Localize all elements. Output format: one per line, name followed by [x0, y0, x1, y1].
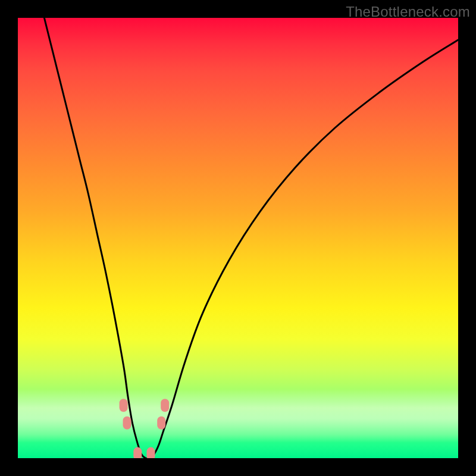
marker-bottom-l: [133, 447, 142, 458]
marker-right-mid: [157, 416, 165, 430]
marker-right-up: [161, 399, 169, 412]
curve-layer: [18, 18, 458, 458]
chart-frame: TheBottleneck.com: [0, 0, 476, 476]
bottleneck-curve: [44, 18, 458, 458]
marker-left-mid: [123, 416, 131, 430]
marker-group: [120, 399, 170, 458]
marker-left-up: [120, 399, 128, 412]
plot-area: [18, 18, 458, 458]
watermark-text: TheBottleneck.com: [346, 4, 470, 20]
marker-bottom-r: [147, 447, 155, 458]
